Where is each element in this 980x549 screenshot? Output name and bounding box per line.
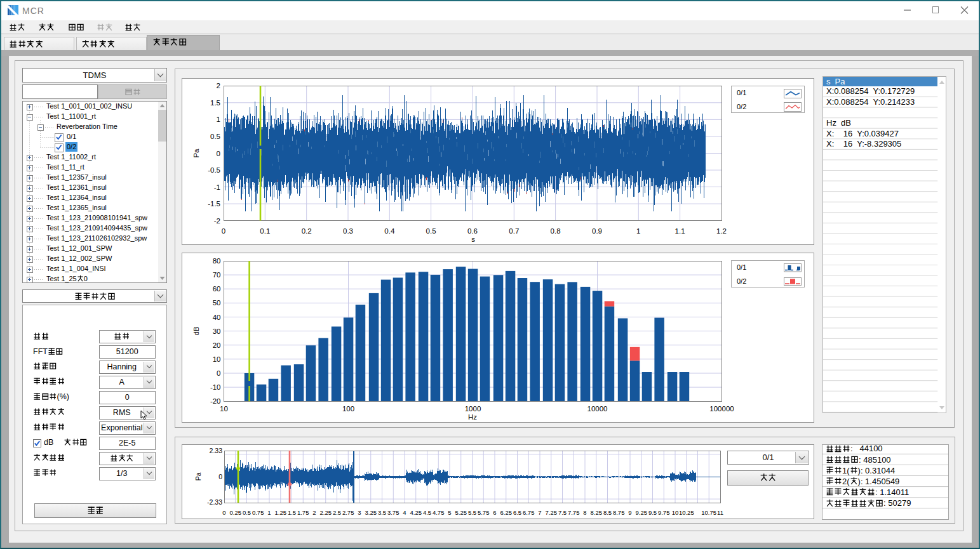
svg-text:1: 1	[268, 508, 271, 515]
svg-text:10: 10	[213, 355, 221, 363]
svg-text:-2: -2	[214, 217, 220, 225]
svg-text:20: 20	[213, 341, 221, 349]
svg-text:4.75: 4.75	[433, 508, 445, 515]
svg-text:s: s	[471, 235, 475, 243]
svg-text:6: 6	[493, 508, 497, 515]
svg-text:8.25: 8.25	[591, 508, 603, 515]
svg-text:3.75: 3.75	[387, 508, 399, 515]
svg-text:10: 10	[220, 405, 228, 413]
svg-text:9.25: 9.25	[636, 508, 648, 515]
svg-text:0.1: 0.1	[260, 227, 270, 235]
svg-text:9.75: 9.75	[658, 508, 670, 515]
svg-text:X: 16 Y:-8.329305: X: 16 Y:-8.329305	[826, 139, 901, 149]
svg-text:3.5: 3.5	[378, 508, 386, 515]
svg-text:X:0.088254 Y:0.214233: X:0.088254 Y:0.214233	[826, 97, 915, 107]
svg-text:1.2: 1.2	[716, 227, 727, 235]
svg-text:10.25: 10.25	[679, 508, 694, 515]
svg-text:0.75: 0.75	[252, 508, 264, 515]
svg-text:0.25: 0.25	[230, 508, 242, 515]
svg-text:10.75: 10.75	[702, 508, 717, 515]
svg-text:10000: 10000	[587, 405, 608, 413]
svg-text:0.5: 0.5	[210, 133, 220, 140]
svg-text:X: 16 Y:0.039427: X: 16 Y:0.039427	[826, 129, 899, 138]
svg-text:-2.33: -2.33	[207, 498, 222, 506]
svg-text:1: 1	[636, 227, 640, 235]
svg-text:2: 2	[313, 508, 316, 515]
svg-text:0.8: 0.8	[551, 227, 561, 235]
svg-text:7: 7	[539, 508, 542, 515]
svg-text:2: 2	[217, 82, 220, 89]
svg-text:0.6: 0.6	[467, 227, 478, 235]
svg-text:0.3: 0.3	[343, 227, 353, 235]
svg-text:100: 100	[342, 405, 354, 413]
svg-text:30: 30	[213, 327, 221, 335]
svg-text:40: 40	[213, 314, 221, 321]
svg-text:-20: -20	[210, 397, 221, 405]
svg-text:Hz dB: Hz dB	[826, 118, 851, 128]
svg-text:-1: -1	[214, 183, 220, 191]
svg-text:4.25: 4.25	[410, 508, 422, 515]
svg-text:0.5: 0.5	[426, 227, 436, 235]
svg-text:6.75: 6.75	[523, 508, 535, 515]
svg-text:1000: 1000	[465, 405, 481, 413]
svg-text:0.2: 0.2	[302, 227, 312, 235]
svg-text:1.1: 1.1	[675, 227, 685, 235]
svg-text:Hz: Hz	[468, 413, 477, 421]
svg-text:1: 1	[217, 116, 220, 123]
svg-text:-0.5: -0.5	[208, 166, 220, 174]
svg-text:4.5: 4.5	[423, 508, 431, 515]
svg-text:0.4: 0.4	[384, 227, 395, 235]
svg-text:1.75: 1.75	[297, 508, 309, 515]
svg-text:0.7: 0.7	[509, 227, 519, 235]
svg-text:4: 4	[403, 508, 406, 515]
svg-text:5: 5	[448, 508, 452, 515]
svg-text:0.5: 0.5	[243, 508, 251, 515]
svg-text:dB: dB	[192, 326, 200, 335]
svg-text:1.5: 1.5	[210, 99, 220, 107]
svg-text:2.25: 2.25	[320, 508, 332, 515]
svg-text:5.5: 5.5	[468, 508, 476, 515]
svg-text:80: 80	[213, 257, 221, 265]
svg-text:0.9: 0.9	[592, 227, 602, 235]
svg-text:3: 3	[358, 508, 361, 515]
svg-text:7.75: 7.75	[568, 508, 580, 515]
svg-text:2.75: 2.75	[342, 508, 354, 515]
svg-text:10: 10	[672, 508, 679, 515]
svg-text:5.25: 5.25	[455, 508, 467, 515]
svg-text:9: 9	[629, 508, 632, 515]
svg-text:11: 11	[717, 508, 723, 515]
svg-text:9.5: 9.5	[648, 508, 657, 515]
svg-text:6.25: 6.25	[500, 508, 513, 515]
svg-text:0: 0	[217, 150, 220, 157]
svg-text:70: 70	[213, 271, 221, 279]
svg-text:0: 0	[222, 227, 225, 235]
svg-text:Pa: Pa	[194, 472, 202, 480]
svg-text:6.5: 6.5	[513, 508, 521, 515]
svg-text:1.25: 1.25	[275, 508, 287, 515]
svg-text:50: 50	[213, 299, 221, 307]
svg-text:7.5: 7.5	[558, 508, 567, 515]
svg-text:0: 0	[218, 472, 222, 480]
svg-text:X:0.088254 Y:0.172729: X:0.088254 Y:0.172729	[826, 87, 915, 96]
svg-text:2.5: 2.5	[333, 508, 341, 515]
svg-text:60: 60	[213, 285, 221, 293]
svg-text:3.25: 3.25	[365, 508, 377, 515]
svg-text:0: 0	[217, 369, 220, 377]
svg-text:-1.5: -1.5	[208, 200, 220, 208]
svg-text:-10: -10	[210, 383, 221, 391]
svg-text:2.33: 2.33	[210, 447, 223, 454]
svg-text:8.5: 8.5	[603, 508, 612, 515]
svg-text:Pa: Pa	[192, 149, 200, 158]
svg-text:8: 8	[584, 508, 587, 515]
svg-text:5.75: 5.75	[478, 508, 490, 515]
svg-text:0: 0	[223, 508, 226, 515]
svg-text:100000: 100000	[709, 405, 734, 413]
svg-text:7.25: 7.25	[546, 508, 558, 515]
svg-text:1.5: 1.5	[288, 508, 296, 515]
svg-text:8.75: 8.75	[613, 508, 625, 515]
